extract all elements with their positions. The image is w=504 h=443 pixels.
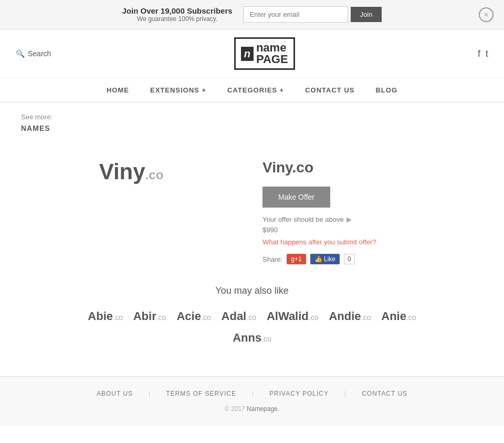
what-happens-link[interactable]: What happens after you submit offer? xyxy=(262,238,483,246)
nav-categories[interactable]: CATEGORIES + xyxy=(227,86,284,94)
logo-text: name PAGE xyxy=(256,42,288,65)
footer-link-about-us[interactable]: ABOUT US xyxy=(97,390,133,397)
footer-link-terms[interactable]: TERMS OF SERVICE xyxy=(166,390,236,397)
fb-count: 0 xyxy=(344,254,355,264)
offer-price: $990 xyxy=(262,226,483,234)
similar-domain-item[interactable]: AlWalid.co xyxy=(267,310,319,323)
domain-info: Viny.co Make Offer Your offer should be … xyxy=(262,149,483,264)
domain-full-name: Viny.co xyxy=(262,159,483,176)
similar-domain-item[interactable]: Andie.co xyxy=(329,310,371,323)
banner-title: Join Over 19,000 Subscribers xyxy=(122,6,233,15)
offer-note: Your offer should be above ▶ xyxy=(262,215,483,223)
similar-title: You may also like xyxy=(21,285,483,296)
nav-extensions[interactable]: EXTENSIONS + xyxy=(150,86,206,94)
domain-section: Viny.co Viny.co Make Offer Your offer sh… xyxy=(21,149,483,264)
footer-link-privacy[interactable]: PRIVACY POLICY xyxy=(269,390,329,397)
search-icon: 🔍 xyxy=(16,49,25,58)
similar-domains-row1: Abie.coAbir.coAcie.coAdal.coAlWalid.coAn… xyxy=(21,310,483,323)
similar-domain-item[interactable]: Anns.co xyxy=(233,331,271,345)
see-more-label: See more: xyxy=(21,113,483,121)
header: 🔍 Search n name PAGE f t xyxy=(0,29,504,78)
similar-domain-item[interactable]: Abir.co xyxy=(133,310,166,323)
nav-home[interactable]: HOME xyxy=(107,86,129,94)
footer-brand[interactable]: Namepage. xyxy=(247,405,279,413)
domain-logo: Viny.co xyxy=(99,159,164,184)
facebook-icon[interactable]: f xyxy=(478,48,480,59)
logo-page: PAGE xyxy=(256,54,288,65)
footer-divider: | xyxy=(344,390,346,397)
top-banner: Join Over 19,000 Subscribers We guarante… xyxy=(0,0,504,29)
banner-text: Join Over 19,000 Subscribers We guarante… xyxy=(122,6,233,23)
email-input[interactable] xyxy=(243,6,348,23)
join-button[interactable]: Join xyxy=(351,7,382,22)
footer-divider: | xyxy=(149,390,150,397)
social-icons: f t xyxy=(478,48,488,59)
copyright-year: © 2017 xyxy=(225,405,245,413)
similar-domain-item[interactable]: Adal.co xyxy=(222,310,256,323)
main-content: See more: NAMES Viny.co Viny.co Make Off… xyxy=(0,102,504,355)
copyright: © 2017 Namepage. xyxy=(10,405,494,413)
banner-subtitle: We guarantee 100% privacy. xyxy=(122,15,233,23)
footer-link-contact-us[interactable]: CONTACT US xyxy=(362,390,407,397)
similar-section: You may also like Abie.coAbir.coAcie.coA… xyxy=(21,285,483,345)
logo-icon: n xyxy=(241,47,254,61)
search-label: Search xyxy=(28,49,51,58)
logo-box: n name PAGE xyxy=(234,37,295,70)
similar-domain-item[interactable]: Acie.co xyxy=(176,310,211,323)
logo[interactable]: n name PAGE xyxy=(234,37,295,70)
footer: ABOUT US|TERMS OF SERVICE|PRIVACY POLICY… xyxy=(0,376,504,426)
search-area[interactable]: 🔍 Search xyxy=(16,49,51,58)
fb-like-button[interactable]: 👍 Like xyxy=(310,254,340,264)
nav-contact[interactable]: CONTACT US xyxy=(305,86,354,94)
make-offer-button[interactable]: Make Offer xyxy=(262,187,330,208)
share-label: Share: xyxy=(262,255,282,263)
domain-preview: Viny.co xyxy=(21,149,242,264)
close-button[interactable]: × xyxy=(479,7,494,22)
similar-domain-item[interactable]: Anie.co xyxy=(381,310,416,323)
nav-blog[interactable]: BLOG xyxy=(375,86,397,94)
nav: HOME EXTENSIONS + CATEGORIES + CONTACT U… xyxy=(0,78,504,102)
twitter-icon[interactable]: t xyxy=(486,48,488,59)
footer-links: ABOUT US|TERMS OF SERVICE|PRIVACY POLICY… xyxy=(10,390,494,397)
domain-preview-suffix: .co xyxy=(145,168,164,182)
share-area: Share: g+1 👍 Like 0 xyxy=(262,254,483,264)
logo-name: name xyxy=(256,42,288,54)
arrow-icon: ▶ xyxy=(346,215,352,223)
footer-divider: | xyxy=(252,390,254,397)
domain-preview-name: Viny xyxy=(99,159,145,184)
similar-domains-row2: Anns.co xyxy=(21,331,483,345)
names-link[interactable]: NAMES xyxy=(21,124,50,132)
breadcrumb: See more: NAMES xyxy=(21,113,483,133)
similar-domain-item[interactable]: Abie.co xyxy=(88,310,122,323)
gplus-button[interactable]: g+1 xyxy=(287,254,306,264)
